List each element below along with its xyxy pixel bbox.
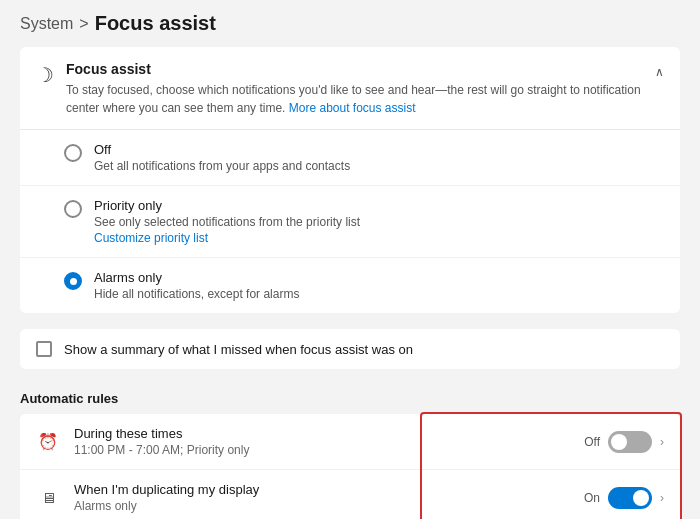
radio-alarms-text: Alarms only Hide all notifications, exce… xyxy=(94,270,299,301)
rule-during-times-right: Off › xyxy=(584,431,664,453)
main-content: ☽ Focus assist To stay focused, choose w… xyxy=(0,43,700,519)
radio-alarms-circle xyxy=(64,272,82,290)
radio-alarms-sub: Hide all notifications, except for alarm… xyxy=(94,287,299,301)
more-about-link[interactable]: More about focus assist xyxy=(289,101,416,115)
breadcrumb-separator: > xyxy=(79,15,88,33)
radio-priority-circle xyxy=(64,200,82,218)
customize-priority-link[interactable]: Customize priority list xyxy=(94,231,208,245)
rule-during-times-title: During these times xyxy=(74,426,584,441)
radio-off-sub: Get all notifications from your apps and… xyxy=(94,159,350,173)
clock-icon: ⏰ xyxy=(36,432,60,451)
rule-duplicating-sub: Alarms only xyxy=(74,499,584,513)
rule-during-times-text: During these times 11:00 PM - 7:00 AM; P… xyxy=(74,426,584,457)
rule-duplicating-display[interactable]: 🖥 When I'm duplicating my display Alarms… xyxy=(20,470,680,519)
moon-icon: ☽ xyxy=(36,63,54,87)
page-title: Focus assist xyxy=(95,12,216,35)
radio-option-alarms[interactable]: Alarms only Hide all notifications, exce… xyxy=(20,258,680,313)
rule-duplicating-text: When I'm duplicating my display Alarms o… xyxy=(74,482,584,513)
display-icon: 🖥 xyxy=(36,489,60,506)
toggle-knob xyxy=(611,434,627,450)
rule-during-times-sub: 11:00 PM - 7:00 AM; Priority only xyxy=(74,443,584,457)
summary-checkbox[interactable] xyxy=(36,341,52,357)
radio-priority-text: Priority only See only selected notifica… xyxy=(94,198,360,245)
page-header: System > Focus assist xyxy=(0,0,700,43)
radio-priority-label: Priority only xyxy=(94,198,360,213)
radio-off-label: Off xyxy=(94,142,350,157)
radio-off-circle xyxy=(64,144,82,162)
rule-duplicating-right: On › xyxy=(584,487,664,509)
breadcrumb-system[interactable]: System xyxy=(20,15,73,33)
rules-list: ⏰ During these times 11:00 PM - 7:00 AM;… xyxy=(20,414,680,519)
rule-duplicating-title: When I'm duplicating my display xyxy=(74,482,584,497)
focus-assist-description: To stay focused, choose which notificati… xyxy=(66,81,643,117)
collapse-chevron-icon[interactable]: ∧ xyxy=(655,65,664,79)
toggle-knob xyxy=(633,490,649,506)
focus-assist-title-block: Focus assist To stay focused, choose whi… xyxy=(66,61,643,117)
radio-option-priority[interactable]: Priority only See only selected notifica… xyxy=(20,186,680,258)
radio-off-text: Off Get all notifications from your apps… xyxy=(94,142,350,173)
focus-assist-header: ☽ Focus assist To stay focused, choose w… xyxy=(20,47,680,130)
summary-checkbox-label: Show a summary of what I missed when foc… xyxy=(64,342,413,357)
radio-priority-sub: See only selected notifications from the… xyxy=(94,215,360,229)
radio-option-off[interactable]: Off Get all notifications from your apps… xyxy=(20,130,680,186)
summary-checkbox-row[interactable]: Show a summary of what I missed when foc… xyxy=(20,329,680,369)
automatic-rules-label: Automatic rules xyxy=(20,385,680,414)
rule-duplicating-toggle[interactable] xyxy=(608,487,652,509)
rule-during-times-toggle-label: Off xyxy=(584,435,600,449)
rule-during-times[interactable]: ⏰ During these times 11:00 PM - 7:00 AM;… xyxy=(20,414,680,470)
focus-assist-card: ☽ Focus assist To stay focused, choose w… xyxy=(20,47,680,313)
rule-during-times-toggle[interactable] xyxy=(608,431,652,453)
radio-alarms-label: Alarms only xyxy=(94,270,299,285)
focus-assist-title: Focus assist xyxy=(66,61,643,77)
automatic-rules-card: ⏰ During these times 11:00 PM - 7:00 AM;… xyxy=(20,414,680,519)
rule-during-times-chevron-icon[interactable]: › xyxy=(660,435,664,449)
rule-duplicating-toggle-label: On xyxy=(584,491,600,505)
rule-duplicating-chevron-icon[interactable]: › xyxy=(660,491,664,505)
